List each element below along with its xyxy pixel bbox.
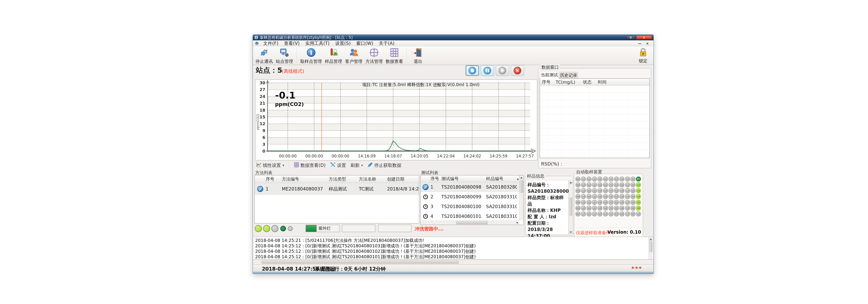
stop-button[interactable]: [466, 65, 479, 76]
sampler-vial-B2[interactable]: B2: [630, 182, 636, 187]
method-list-table[interactable]: 序号方法编号方法类型方法名称创建日期 1ME201804080037 样品测试T…: [254, 175, 420, 224]
sampler-vial-H7[interactable]: H7: [597, 211, 602, 216]
menu-item[interactable]: 窗口(W): [353, 40, 376, 46]
sampler-vial-G4[interactable]: G4: [603, 194, 608, 199]
sampler-vial-F1[interactable]: F1: [609, 177, 613, 181]
sampler-vial-M2[interactable]: M2: [576, 182, 580, 187]
sampler-vial-B6[interactable]: B6: [630, 206, 636, 210]
table-row[interactable]: 1TS201804080098 SA201803280001: [421, 182, 519, 192]
scroll-up-icon[interactable]: ▲: [649, 237, 653, 241]
play-button[interactable]: [496, 65, 509, 76]
sampler-vial-J5[interactable]: J5: [592, 200, 597, 205]
sampler-vial-B1[interactable]: B1: [630, 177, 636, 181]
sampler-vial-E6[interactable]: E6: [614, 206, 619, 210]
table-row[interactable]: 3TS201804080100 SA201803310001: [421, 202, 519, 211]
chart-toolbar-item[interactable]: 数据查看(D): [293, 162, 326, 169]
log-horizontal-scrollbar[interactable]: [254, 260, 653, 264]
test-list-horizontal-scrollbar[interactable]: ▶: [421, 221, 519, 225]
toolbar-button[interactable]: 站点管理: [274, 47, 294, 65]
scrollbar-thumb[interactable]: [520, 180, 523, 193]
sampler-vial-G1[interactable]: G1: [603, 177, 608, 181]
pause-button[interactable]: [480, 65, 494, 76]
sampler-vial-K7[interactable]: K7: [587, 211, 591, 216]
column-header[interactable]: 方法类型: [328, 176, 358, 182]
toolbar-button[interactable]: 停止通讯: [254, 47, 274, 65]
toolbar-button[interactable]: 退出: [409, 47, 427, 65]
column-header[interactable]: 测试编号: [440, 176, 485, 182]
sampler-vial-M1[interactable]: M1: [576, 177, 580, 181]
menu-item[interactable]: 设置(S): [332, 40, 353, 46]
current-test-table[interactable]: 序号TC(mg/L)状态时间: [539, 78, 650, 158]
lock-button[interactable]: 锁定: [634, 47, 652, 64]
tab-history[interactable]: 历史记录: [559, 72, 578, 79]
menu-item[interactable]: 文件(F): [260, 40, 281, 46]
sampler-vial-C3[interactable]: C3: [625, 188, 630, 193]
column-header[interactable]: 方法名称: [358, 176, 386, 182]
restore-button[interactable]: [626, 35, 635, 40]
table-row[interactable]: 4TS201804080101 SA201803310002: [421, 211, 519, 221]
sampler-vial-K3[interactable]: K3: [587, 188, 591, 193]
sampler-vial-G5[interactable]: G5: [603, 200, 608, 205]
sampler-vial-E3[interactable]: E3: [614, 188, 619, 193]
menu-item[interactable]: 关于(A): [376, 40, 397, 46]
sampler-vial-B7[interactable]: B7: [630, 211, 636, 216]
sampler-vial-C5[interactable]: C5: [625, 200, 630, 205]
sampler-vial-M7[interactable]: M7: [576, 211, 580, 216]
sampler-vial-G2[interactable]: G2: [603, 182, 608, 187]
sampler-vial-B5[interactable]: B5: [630, 200, 636, 205]
sampler-vial-F5[interactable]: F5: [609, 200, 613, 205]
sampler-vial-K4[interactable]: K4: [587, 194, 591, 199]
sampler-vial-F4[interactable]: F4: [609, 194, 613, 199]
sampler-vial-B4[interactable]: B4: [630, 194, 636, 199]
scroll-up-icon[interactable]: ▲: [519, 175, 523, 179]
sampler-vial-E2[interactable]: E2: [614, 182, 619, 187]
scroll-right-icon[interactable]: ▶: [517, 221, 518, 224]
close-button[interactable]: ×: [636, 35, 652, 40]
menu-item[interactable]: 查看(V): [281, 40, 303, 46]
sampler-vial-H2[interactable]: H2: [597, 182, 602, 187]
sampler-vial-H6[interactable]: H6: [597, 206, 602, 210]
column-header[interactable]: 序号: [429, 176, 440, 182]
sampler-vial-C6[interactable]: C6: [625, 206, 630, 210]
title-bar[interactable]: 泰林总有机碳分析系统软件[ztybyh照例] - [站点：5] ×: [253, 35, 653, 40]
sampler-vial-F3[interactable]: F3: [609, 188, 613, 193]
menu-item[interactable]: 实用工具(T): [303, 40, 332, 46]
sampler-vial-E4[interactable]: E4: [614, 194, 619, 199]
sampler-vial-J1[interactable]: J1: [592, 177, 597, 181]
scroll-up-icon[interactable]: ▲: [569, 180, 572, 184]
child-minimize-icon[interactable]: —: [638, 41, 642, 45]
column-header[interactable]: TC(mg/L): [554, 80, 581, 85]
test-list-table[interactable]: 序号测试编号样品编号▲ 1TS201804080098 SA2018032800…: [420, 175, 524, 225]
sampler-vial-H1[interactable]: H1: [597, 177, 602, 181]
sampler-vial-K6[interactable]: K6: [587, 206, 591, 210]
test-list-vertical-scrollbar[interactable]: ▲: [519, 175, 523, 221]
sampler-vial-E5[interactable]: E5: [614, 200, 619, 205]
sampler-vial-E7[interactable]: E7: [614, 211, 619, 216]
sampler-vial-J7[interactable]: J7: [592, 211, 597, 216]
table-row[interactable]: 2TS201804080099 SA201803310000: [421, 192, 519, 202]
sampler-vial-B3[interactable]: B3: [630, 188, 636, 193]
column-header[interactable]: 时间: [596, 79, 649, 85]
sampler-vial-M4[interactable]: M4: [576, 194, 580, 199]
sampler-vial-K1[interactable]: K1: [587, 177, 591, 181]
tab-current-test[interactable]: 当前测试: [540, 71, 559, 79]
scrollbar-thumb[interactable]: [261, 261, 459, 264]
toolbar-button[interactable]: 数据查看: [384, 47, 404, 65]
sampler-vial-H5[interactable]: H5: [597, 200, 602, 205]
sampler-vial-J3[interactable]: J3: [592, 188, 597, 193]
sampler-vial-F7[interactable]: F7: [609, 211, 613, 216]
chart-toolbar-item[interactable]: 停止获取数据: [367, 162, 401, 169]
sampler-vial-M3[interactable]: M3: [576, 188, 580, 193]
sampler-vial-J6[interactable]: J6: [592, 206, 597, 210]
sampler-vial-C1[interactable]: C1: [625, 177, 630, 181]
sampler-vial-G3[interactable]: G3: [603, 188, 608, 193]
sampler-vial-C4[interactable]: C4: [625, 194, 630, 199]
abort-button[interactable]: ×: [510, 65, 524, 76]
sampler-vial-G7[interactable]: G7: [603, 211, 608, 216]
sampler-vial-K2[interactable]: K2: [587, 182, 591, 187]
toolbar-button[interactable]: 客户管理: [344, 47, 364, 65]
column-header[interactable]: 创建日期: [386, 176, 419, 182]
chart-toolbar-item[interactable]: 线性设置▾: [256, 162, 284, 169]
column-header[interactable]: 样品编号: [485, 176, 517, 182]
sampler-vial-K5[interactable]: K5: [587, 200, 591, 205]
